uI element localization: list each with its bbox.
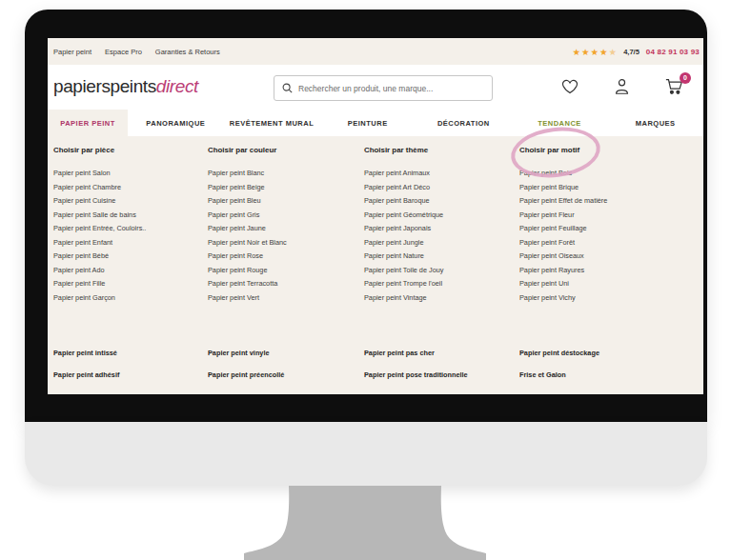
monitor-chin [25,422,707,486]
site-header: papierspeintsdirect [48,65,703,110]
menu-column-header[interactable]: Choisir par couleur [208,146,362,154]
menu-link[interactable]: Papier peint Cuisine [53,194,208,209]
browser-screen: Papier peintEspace ProGaranties & Retour… [48,38,703,394]
mega-menu-panel: Choisir par piècePapier peint SalonPapie… [48,136,703,394]
nav-item-6[interactable]: MARQUES [607,110,703,136]
logo-main-text: papierspeints [53,76,156,96]
account-icon[interactable] [614,78,630,95]
menu-link[interactable]: Papier peint Feuillage [519,222,674,236]
nav-item-1[interactable]: PANORAMIQUE [128,110,224,136]
menu-link[interactable]: Papier peint Géométrique [364,209,518,223]
menu-link[interactable]: Papier peint Trompe l'oeil [364,277,518,291]
menu-link[interactable]: Papier peint Terracotta [208,277,362,291]
menu-link[interactable]: Papier peint Oiseaux [519,250,674,264]
menu-column-bold-links: Papier peint déstockageFrise et Galon [519,342,674,386]
monitor-mockup: Papier peintEspace ProGaranties & Retour… [0,0,731,560]
nav-item-0[interactable]: PAPIER PEINT [48,110,128,136]
menu-link[interactable]: Papier peint Garçon [53,291,208,306]
topbar-link-0[interactable]: Papier peint [53,48,91,56]
menu-link[interactable]: Papier peint Jungle [364,236,518,250]
menu-link[interactable]: Papier peint Fleur [519,209,674,223]
menu-link[interactable]: Papier peint Vintage [364,291,518,306]
menu-column-bold-links: Papier peint vinylePapier peint préencol… [208,342,362,386]
menu-column-items: Papier peint BlancPapier peint BeigePapi… [208,167,362,305]
menu-link[interactable]: Papier peint Bois [519,167,674,181]
menu-link[interactable]: Papier peint Ado [53,264,208,278]
menu-bold-link[interactable]: Papier peint préencollé [208,364,362,386]
site-logo[interactable]: papierspeintsdirect [53,76,198,97]
star-icon: ★ [591,48,599,56]
menu-column-0: Choisir par piècePapier peint SalonPapie… [53,146,208,386]
topbar-link-2[interactable]: Garanties & Retours [155,48,220,56]
menu-link[interactable]: Papier peint Nature [364,250,518,264]
menu-link[interactable]: Papier peint Forêt [519,236,674,250]
main-nav: PAPIER PEINTPANORAMIQUEREVÊTEMENT MURALP… [48,110,703,136]
menu-link[interactable]: Papier peint Chambre [53,181,208,195]
menu-link[interactable]: Papier peint Japonais [364,222,518,236]
menu-column-bold-links: Papier peint pas cherPapier peint pose t… [364,342,518,386]
menu-link[interactable]: Papier peint Bébé [53,250,208,264]
search-icon [282,83,293,93]
cart-icon[interactable]: 0 [664,77,684,95]
menu-bold-link[interactable]: Papier peint intissé [53,342,208,364]
menu-link[interactable]: Papier peint Effet de matière [519,194,674,209]
header-icons: 0 [560,77,684,95]
menu-column-3: Choisir par motifPapier peint BoisPapier… [519,146,674,386]
nav-item-5[interactable]: TENDANCE [512,110,608,136]
menu-link[interactable]: Papier peint Salle de bains [53,209,208,223]
menu-link[interactable]: Papier peint Vert [208,291,362,306]
menu-link[interactable]: Papier peint Baroque [364,194,518,209]
nav-item-4[interactable]: DÉCORATION [416,110,512,136]
menu-column-header[interactable]: Choisir par thème [364,146,518,154]
menu-bold-link[interactable]: Papier peint pas cher [364,342,518,364]
menu-link[interactable]: Papier peint Jaune [208,222,362,236]
menu-link[interactable]: Papier peint Entrée, Couloirs.. [53,222,208,236]
logo-accent-text: direct [156,76,198,96]
menu-link[interactable]: Papier peint Beige [208,181,362,195]
phone-number[interactable]: 04 82 91 03 93 [646,48,700,56]
menu-link[interactable]: Papier peint Brique [519,181,674,195]
menu-column-items: Papier peint BoisPapier peint BriquePapi… [519,167,674,305]
menu-bold-link[interactable]: Papier peint vinyle [208,342,362,364]
menu-bold-link[interactable]: Papier peint déstockage [519,342,674,364]
star-icon: ★ [599,48,608,56]
menu-link[interactable]: Papier peint Fille [53,277,208,291]
menu-link[interactable]: Papier peint Art Déco [364,181,518,195]
menu-link[interactable]: Papier peint Rayures [519,264,674,278]
menu-column-header[interactable]: Choisir par pièce [53,146,208,154]
menu-link[interactable]: Papier peint Enfant [53,236,208,250]
menu-link[interactable]: Papier peint Bleu [208,194,362,209]
menu-link[interactable]: Papier peint Rouge [208,264,362,278]
nav-item-3[interactable]: PEINTURE [319,110,416,136]
rating-value: 4,7/5 [623,48,640,56]
menu-link[interactable]: Papier peint Toile de Jouy [364,264,518,278]
menu-link[interactable]: Papier peint Noir et Blanc [208,236,362,250]
top-utility-bar: Papier peintEspace ProGaranties & Retour… [48,38,703,65]
menu-link[interactable]: Papier peint Gris [208,209,362,223]
menu-link[interactable]: Papier peint Animaux [364,167,518,181]
menu-link[interactable]: Papier peint Rose [208,250,362,264]
menu-column-bold-links: Papier peint intisséPapier peint adhésif [53,342,208,386]
star-icon: ★ [609,48,618,56]
menu-bold-link[interactable]: Papier peint pose traditionnelle [364,364,518,386]
menu-link[interactable]: Papier peint Salon [53,167,208,181]
menu-column-items: Papier peint SalonPapier peint ChambrePa… [53,167,208,305]
wishlist-heart-icon[interactable] [560,78,579,95]
search-bar[interactable] [274,75,493,101]
menu-link[interactable]: Papier peint Uni [519,277,674,291]
menu-bold-link[interactable]: Papier peint adhésif [53,364,208,386]
rating-stars-icon: ★★★★★ [572,48,617,56]
cart-count-badge: 0 [680,72,691,84]
monitor-stand-shape [244,486,486,560]
search-input[interactable] [298,84,484,93]
menu-link[interactable]: Papier peint Blanc [208,167,362,181]
topbar-links: Papier peintEspace ProGaranties & Retour… [53,48,220,56]
star-icon: ★ [581,48,590,56]
monitor-stand [244,486,486,560]
menu-bold-link[interactable]: Frise et Galon [519,364,674,386]
star-icon: ★ [572,48,580,56]
menu-column-header[interactable]: Choisir par motif [519,146,674,154]
nav-item-2[interactable]: REVÊTEMENT MURAL [224,110,320,136]
topbar-link-1[interactable]: Espace Pro [105,48,142,56]
menu-link[interactable]: Papier peint Vichy [519,291,674,306]
